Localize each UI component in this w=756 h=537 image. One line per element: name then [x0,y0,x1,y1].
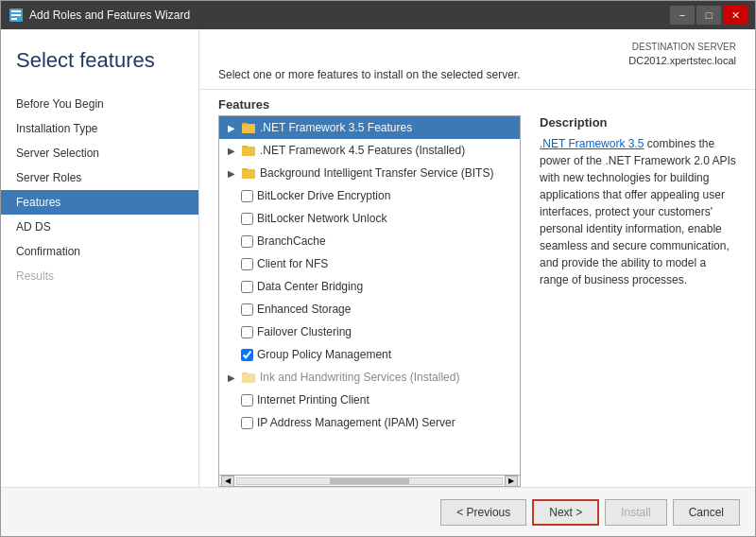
sidebar-item-installation-type[interactable]: Installation Type [1,116,198,141]
checkbox-internet-printing[interactable] [241,394,253,407]
features-list[interactable]: ▶ .NET Framework 3.5 Features ▶ [219,116,520,475]
expand-icon-bits: ▶ [224,165,239,181]
destination-label: DESTINATION SERVER [628,41,736,54]
sidebar-header: Select features [1,29,198,82]
expand-icon-net35: ▶ [224,120,239,135]
checkbox-bitlocker-network[interactable] [241,213,253,225]
feature-label-branchcache: BranchCache [257,234,326,248]
svg-rect-4 [242,124,255,133]
destination-server-info: DESTINATION SERVER DC2012.xpertstec.loca… [628,41,736,68]
page-title: Select features [16,48,183,73]
feature-label-ink-handwriting: Ink and Handwriting Services (Installed) [260,371,459,384]
svg-rect-5 [242,123,248,125]
title-bar-controls: − □ ✕ [670,6,747,25]
features-label: Features [218,97,269,112]
content-area: DESTINATION SERVER DC2012.xpertstec.loca… [199,29,755,487]
feature-label-bitlocker-network: BitLocker Network Unlock [257,212,387,225]
sidebar-item-ad-ds[interactable]: AD DS [1,215,198,239]
checkbox-ipam[interactable] [241,417,253,429]
destination-name: DC2012.xpertstec.local [628,54,736,68]
content-header: DESTINATION SERVER DC2012.xpertstec.loca… [199,29,755,90]
features-list-container: ▶ .NET Framework 3.5 Features ▶ [218,115,521,487]
feature-label-client-nfs: Client for NFS [257,257,328,270]
svg-rect-10 [242,373,255,383]
feature-item-net35[interactable]: ▶ .NET Framework 3.5 Features [219,116,520,139]
feature-label-enhanced-storage: Enhanced Storage [257,303,351,316]
feature-item-enhanced-storage[interactable]: ▶ Enhanced Storage [219,298,520,320]
svg-rect-8 [242,169,255,179]
hscroll-right-btn[interactable]: ▶ [505,476,518,487]
feature-label-bitlocker-drive: BitLocker Drive Encryption [257,189,390,202]
sidebar-item-before-you-begin[interactable]: Before You Begin [1,92,198,116]
feature-label-failover-clustering: Failover Clustering [257,325,352,338]
intro-text: Select one or more features to install o… [218,68,736,81]
checkbox-enhanced-storage[interactable] [241,303,253,316]
title-bar-title: Add Roles and Features Wizard [29,9,190,22]
svg-rect-2 [11,14,21,16]
feature-item-ink-handwriting[interactable]: ▶ Ink and Handwriting Services (Installe… [219,366,520,389]
sidebar-item-server-roles[interactable]: Server Roles [1,165,198,190]
folder-icon-ink [241,370,256,385]
folder-icon-net35 [241,120,256,135]
feature-item-bitlocker-drive[interactable]: ▶ BitLocker Drive Encryption [219,184,520,207]
feature-item-client-nfs[interactable]: ▶ Client for NFS [219,252,520,275]
maximize-button[interactable]: □ [696,6,721,25]
hscroll-track-area: ◀ ▶ [219,476,520,487]
feature-item-dcb[interactable]: ▶ Data Center Bridging [219,275,520,298]
hscroll-thumb[interactable] [330,478,409,484]
feature-label-ipam: IP Address Management (IPAM) Server [257,416,455,429]
content-body: ▶ .NET Framework 3.5 Features ▶ [199,115,755,487]
hscroll-track[interactable] [236,477,503,485]
folder-icon-net45 [241,143,256,158]
feature-item-net45[interactable]: ▶ .NET Framework 4.5 Features (Installed… [219,139,520,162]
feature-item-bits[interactable]: ▶ Background Intelligent Transfer Servic… [219,162,520,184]
close-button[interactable]: ✕ [723,6,747,25]
feature-item-branchcache[interactable]: ▶ BranchCache [219,230,520,252]
checkbox-client-nfs[interactable] [241,258,253,270]
feature-label-dcb: Data Center Bridging [257,280,363,293]
folder-icon-bits [241,165,256,181]
hscroll-left-btn[interactable]: ◀ [221,476,234,487]
cancel-button[interactable]: Cancel [673,499,740,526]
sidebar: Select features Before You Begin Install… [1,29,199,487]
checkbox-branchcache[interactable] [241,235,253,248]
feature-label-group-policy: Group Policy Management [257,348,391,361]
feature-label-internet-printing: Internet Printing Client [257,393,369,407]
sidebar-nav: Before You Begin Installation Type Serve… [1,82,198,298]
next-button[interactable]: Next > [532,499,599,526]
checkbox-group-policy[interactable] [241,349,253,361]
previous-button[interactable]: < Previous [440,499,526,526]
sidebar-item-server-selection[interactable]: Server Selection [1,141,198,165]
description-label: Description [540,115,736,130]
footer: < Previous Next > Install Cancel [1,487,755,536]
svg-rect-1 [11,10,21,12]
feature-item-internet-printing[interactable]: ▶ Internet Printing Client [219,389,520,411]
features-panel: ▶ .NET Framework 3.5 Features ▶ [218,115,521,487]
sidebar-item-confirmation[interactable]: Confirmation [1,239,198,264]
svg-rect-11 [242,372,248,374]
minimize-button[interactable]: − [670,6,695,25]
feature-item-failover-clustering[interactable]: ▶ Failover Clustering [219,320,520,343]
sidebar-item-features[interactable]: Features [1,190,198,215]
expand-icon-ink-handwriting: ▶ [224,370,239,385]
expand-icon-net45: ▶ [224,143,239,158]
features-label-row: Features [199,90,755,115]
feature-item-bitlocker-network[interactable]: ▶ BitLocker Network Unlock [219,207,520,230]
description-link[interactable]: .NET Framework 3.5 [540,137,644,150]
checkbox-bitlocker-drive[interactable] [241,190,253,202]
main-area: Select features Before You Begin Install… [1,29,755,487]
svg-rect-3 [11,18,17,20]
description-text: .NET Framework 3.5 combines the power of… [540,135,736,288]
feature-item-ipam[interactable]: ▶ IP Address Management (IPAM) Server [219,411,520,434]
checkbox-dcb[interactable] [241,281,253,293]
wizard-icon [9,8,24,23]
feature-item-group-policy[interactable]: ▶ Group Policy Management [219,343,520,366]
description-body: combines the power of the .NET Framework… [540,137,736,286]
sidebar-item-results: Results [1,264,198,288]
install-button[interactable]: Install [605,499,666,526]
feature-label-net45: .NET Framework 4.5 Features (Installed) [260,144,465,157]
checkbox-failover-clustering[interactable] [241,326,253,338]
title-bar: Add Roles and Features Wizard − □ ✕ [1,1,755,29]
svg-rect-9 [242,168,248,170]
horizontal-scrollbar[interactable]: ◀ ▶ [219,475,520,486]
